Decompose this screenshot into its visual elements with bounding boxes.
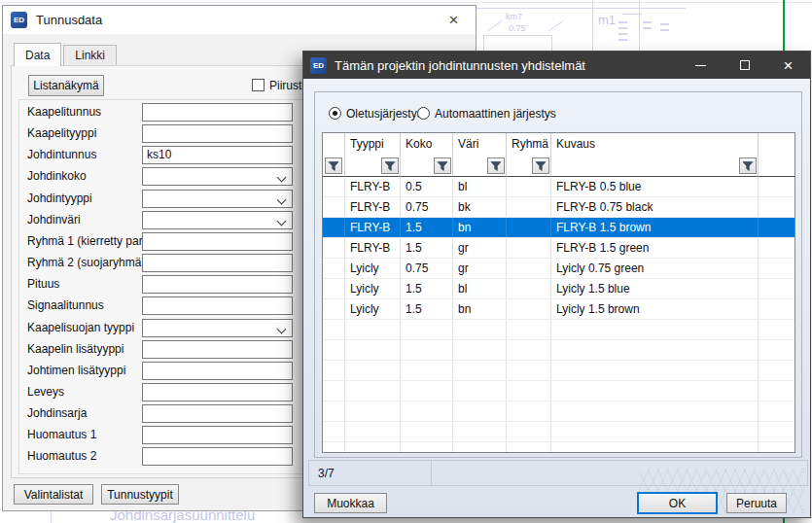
id-types-button[interactable]: Tunnustyypit: [101, 484, 179, 505]
edit-button[interactable]: Muokkaa: [314, 493, 387, 513]
table-empty-row[interactable]: [323, 361, 794, 381]
field-label: Johdintyyppi: [27, 192, 92, 205]
table-cell: [401, 361, 453, 380]
field-label: Johdinkoko: [27, 169, 87, 183]
list-view-button[interactable]: Listanäkymä: [28, 75, 104, 96]
table-cell: [401, 422, 453, 441]
minimize-icon[interactable]: [679, 52, 723, 79]
row-selector-cell: [323, 299, 345, 319]
table-cell: [507, 177, 551, 196]
field-label: Johdintunnus: [27, 148, 96, 161]
tab-data[interactable]: Data: [14, 43, 61, 66]
table-row[interactable]: Lyicly0.75grLyicly 0.75 green: [323, 259, 794, 279]
cad-tick: [618, 33, 627, 35]
table-cell: Lyicly: [345, 299, 401, 319]
field-dropdown[interactable]: [142, 319, 293, 337]
filter-cell[interactable]: [507, 156, 551, 177]
close-icon[interactable]: ×: [766, 52, 810, 79]
table-cell: [453, 361, 507, 380]
table-cell: [507, 259, 551, 278]
table-row[interactable]: FLRY-B0.5blFLRY-B 0.5 blue: [323, 177, 794, 197]
cad-tick: [643, 21, 652, 23]
table-cell: [551, 320, 759, 339]
table-row[interactable]: FLRY-B0.75bkFLRY-B 0.75 black: [323, 197, 794, 218]
chevron-down-icon[interactable]: [277, 194, 287, 204]
cancel-button[interactable]: Peruuta: [726, 493, 787, 513]
column-header-ryhmä[interactable]: Ryhmä: [507, 133, 551, 156]
field-input[interactable]: [142, 362, 293, 380]
drawings-checkbox[interactable]: [252, 79, 265, 91]
table-row[interactable]: FLRY-B1.5bnFLRY-B 1.5 brown: [323, 218, 794, 238]
field-input[interactable]: [142, 275, 293, 294]
table-empty-row[interactable]: [323, 442, 794, 453]
ok-button[interactable]: OK: [637, 492, 718, 514]
filter-cell[interactable]: [401, 156, 453, 177]
field-label: Kaapelitunnus: [27, 105, 101, 119]
field-label: Kaapelin lisätyyppi: [27, 342, 124, 356]
column-header-tyyppi[interactable]: Tyyppi: [345, 133, 401, 156]
field-input[interactable]: [142, 404, 293, 423]
chevron-down-icon[interactable]: [277, 324, 287, 333]
table-cell: bl: [453, 177, 507, 196]
filter-funnel-icon[interactable]: [532, 157, 549, 174]
field-label: Huomautus 2: [27, 449, 96, 463]
field-input[interactable]: [142, 232, 293, 251]
table-cell: [507, 299, 551, 319]
cad-label-m1: m1: [598, 13, 616, 27]
table-cell: 1.5: [401, 299, 453, 319]
table-cell: [759, 401, 794, 421]
chevron-down-icon[interactable]: [277, 216, 287, 226]
field-label: Ryhmä 2 (suojaryhmä): [27, 256, 145, 269]
filter-funnel-icon[interactable]: [739, 157, 757, 174]
field-input[interactable]: [142, 254, 293, 272]
row-count-status: 3/7: [309, 461, 432, 485]
table-empty-row[interactable]: [323, 422, 794, 442]
filter-funnel-icon[interactable]: [434, 157, 451, 174]
table-row[interactable]: FLRY-B1.5grFLRY-B 1.5 green: [323, 238, 794, 259]
field-label: Kaapelityyppi: [27, 126, 96, 140]
field-dropdown[interactable]: [142, 211, 293, 229]
field-input[interactable]: [142, 296, 293, 315]
field-input[interactable]: [142, 124, 293, 143]
field-input[interactable]: [142, 103, 293, 122]
table-cell: [345, 401, 401, 421]
radio-automatic-order[interactable]: [417, 107, 430, 120]
close-icon[interactable]: ×: [432, 6, 476, 34]
field-dropdown[interactable]: [142, 190, 293, 208]
window-title: Tämän projektin johdintunnusten yhdistel…: [335, 58, 585, 73]
field-dropdown[interactable]: [142, 167, 293, 186]
selection-lists-button[interactable]: Valintalistat: [14, 484, 93, 505]
field-input[interactable]: [142, 447, 293, 466]
cad-tick: [643, 27, 652, 29]
table-cell: [453, 422, 507, 441]
chevron-down-icon[interactable]: [277, 173, 287, 183]
field-input[interactable]: [142, 340, 293, 359]
radio-default-order[interactable]: [329, 107, 341, 120]
filter-cell[interactable]: [453, 156, 507, 177]
cad-tick: [618, 27, 627, 29]
column-header-kuvaus[interactable]: Kuvaus: [551, 133, 759, 156]
field-label: Johdinsarja: [27, 406, 87, 420]
field-input[interactable]: [142, 426, 293, 444]
filter-funnel-icon[interactable]: [487, 157, 505, 174]
filter-cell[interactable]: [551, 156, 759, 177]
table-row[interactable]: Lyicly1.5blLyicly 1.5 blue: [323, 279, 794, 299]
filter-funnel-icon[interactable]: [325, 157, 342, 174]
column-header-väri[interactable]: Väri: [453, 133, 507, 156]
maximize-icon[interactable]: [723, 52, 766, 79]
table-header-row: TyyppiKokoVäriRyhmäKuvaus: [323, 133, 794, 156]
field-label: Kaapelisuojan tyyppi: [27, 321, 134, 334]
field-input[interactable]: [142, 383, 293, 401]
column-header-koko[interactable]: Koko: [401, 133, 453, 156]
table-empty-row[interactable]: [323, 381, 794, 401]
table-empty-row[interactable]: [323, 401, 794, 422]
table-row[interactable]: Lyicly1.5bnLyicly 1.5 brown: [323, 299, 794, 320]
table-empty-row[interactable]: [323, 320, 794, 340]
table-empty-row[interactable]: [323, 340, 794, 361]
filter-cell[interactable]: [323, 156, 345, 177]
field-input[interactable]: ks10: [142, 146, 293, 164]
filter-funnel-icon[interactable]: [381, 157, 399, 174]
cad-green-wire: [783, 0, 785, 51]
cad-vline: [483, 35, 484, 51]
filter-cell[interactable]: [345, 156, 401, 177]
